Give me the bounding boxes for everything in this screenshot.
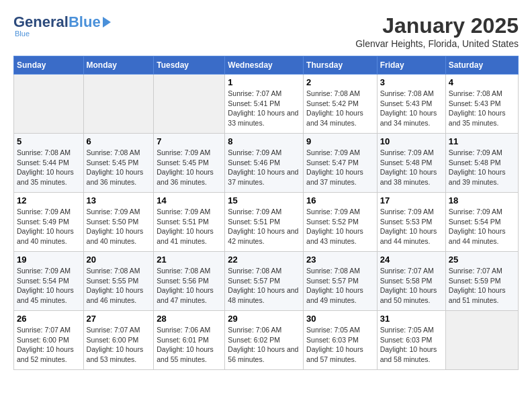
header-monday: Monday: [83, 56, 154, 75]
day-info: Sunrise: 7:08 AMSunset: 5:45 PMDaylight:…: [87, 148, 144, 186]
day-number: 7: [157, 136, 222, 146]
calendar-cell: 1 Sunrise: 7:07 AMSunset: 5:41 PMDayligh…: [225, 75, 304, 134]
calendar-cell: 27 Sunrise: 7:07 AMSunset: 6:00 PMDaylig…: [83, 311, 154, 370]
day-info: Sunrise: 7:08 AMSunset: 5:57 PMDaylight:…: [228, 267, 298, 304]
calendar-cell: 19 Sunrise: 7:09 AMSunset: 5:54 PMDaylig…: [14, 252, 84, 311]
day-number: 25: [449, 255, 515, 265]
day-info: Sunrise: 7:09 AMSunset: 5:52 PMDaylight:…: [306, 208, 363, 245]
calendar-cell: 30 Sunrise: 7:05 AMSunset: 6:03 PMDaylig…: [304, 311, 378, 370]
calendar-cell: 4 Sunrise: 7:08 AMSunset: 5:43 PMDayligh…: [445, 75, 518, 134]
day-info: Sunrise: 7:09 AMSunset: 5:48 PMDaylight:…: [380, 148, 437, 186]
header-friday: Friday: [377, 56, 445, 75]
calendar-cell: 20 Sunrise: 7:08 AMSunset: 5:55 PMDaylig…: [83, 252, 154, 311]
day-number: 9: [306, 136, 374, 146]
day-number: 1: [228, 77, 300, 87]
day-info: Sunrise: 7:08 AMSunset: 5:43 PMDaylight:…: [380, 89, 437, 127]
day-number: 24: [380, 255, 443, 265]
day-number: 31: [380, 314, 443, 324]
calendar-cell: 15 Sunrise: 7:09 AMSunset: 5:51 PMDaylig…: [225, 193, 304, 252]
calendar-cell: 13 Sunrise: 7:09 AMSunset: 5:50 PMDaylig…: [83, 193, 154, 252]
calendar-cell: 11 Sunrise: 7:09 AMSunset: 5:48 PMDaylig…: [445, 134, 518, 193]
calendar-cell: 23 Sunrise: 7:08 AMSunset: 5:57 PMDaylig…: [304, 252, 378, 311]
day-number: 21: [157, 255, 222, 265]
calendar-cell: 17 Sunrise: 7:09 AMSunset: 5:53 PMDaylig…: [377, 193, 445, 252]
day-number: 20: [87, 255, 151, 265]
calendar-cell: [154, 75, 225, 134]
calendar-cell: 28 Sunrise: 7:06 AMSunset: 6:01 PMDaylig…: [154, 311, 225, 370]
calendar-cell: 29 Sunrise: 7:06 AMSunset: 6:02 PMDaylig…: [225, 311, 304, 370]
calendar-cell: [14, 75, 84, 134]
calendar-cell: 2 Sunrise: 7:08 AMSunset: 5:42 PMDayligh…: [304, 75, 378, 134]
calendar-cell: 22 Sunrise: 7:08 AMSunset: 5:57 PMDaylig…: [225, 252, 304, 311]
title-block: January 2025 Glenvar Heights, Florida, U…: [355, 13, 519, 49]
day-info: Sunrise: 7:09 AMSunset: 5:47 PMDaylight:…: [306, 148, 363, 186]
day-number: 12: [17, 195, 81, 205]
day-number: 16: [306, 195, 374, 205]
day-info: Sunrise: 7:05 AMSunset: 6:03 PMDaylight:…: [306, 326, 363, 363]
day-info: Sunrise: 7:09 AMSunset: 5:48 PMDaylight:…: [449, 148, 506, 186]
page-header: GeneralBlue Blue January 2025 Glenvar He…: [13, 13, 519, 49]
day-info: Sunrise: 7:07 AMSunset: 5:41 PMDaylight:…: [228, 89, 298, 127]
calendar-cell: 25 Sunrise: 7:07 AMSunset: 5:59 PMDaylig…: [445, 252, 518, 311]
header-thursday: Thursday: [304, 56, 378, 75]
day-info: Sunrise: 7:09 AMSunset: 5:54 PMDaylight:…: [449, 208, 506, 245]
day-info: Sunrise: 7:06 AMSunset: 6:02 PMDaylight:…: [228, 326, 298, 363]
calendar-cell: 14 Sunrise: 7:09 AMSunset: 5:51 PMDaylig…: [154, 193, 225, 252]
calendar-cell: 16 Sunrise: 7:09 AMSunset: 5:52 PMDaylig…: [304, 193, 378, 252]
day-info: Sunrise: 7:07 AMSunset: 5:58 PMDaylight:…: [380, 267, 437, 304]
calendar-cell: 10 Sunrise: 7:09 AMSunset: 5:48 PMDaylig…: [377, 134, 445, 193]
calendar-cell: 24 Sunrise: 7:07 AMSunset: 5:58 PMDaylig…: [377, 252, 445, 311]
day-info: Sunrise: 7:05 AMSunset: 6:03 PMDaylight:…: [380, 326, 437, 363]
calendar-cell: [445, 311, 518, 370]
day-info: Sunrise: 7:07 AMSunset: 6:00 PMDaylight:…: [17, 326, 74, 363]
day-info: Sunrise: 7:09 AMSunset: 5:45 PMDaylight:…: [157, 148, 214, 186]
logo-underline: Blue: [15, 30, 30, 38]
day-info: Sunrise: 7:09 AMSunset: 5:50 PMDaylight:…: [87, 208, 144, 245]
day-number: 29: [228, 314, 300, 324]
day-number: 30: [306, 314, 374, 324]
day-number: 8: [228, 136, 300, 146]
day-info: Sunrise: 7:08 AMSunset: 5:55 PMDaylight:…: [87, 267, 144, 304]
logo-general: General: [13, 13, 69, 31]
day-info: Sunrise: 7:08 AMSunset: 5:57 PMDaylight:…: [306, 267, 363, 304]
day-info: Sunrise: 7:08 AMSunset: 5:44 PMDaylight:…: [17, 148, 74, 186]
header-tuesday: Tuesday: [154, 56, 225, 75]
logo-text: GeneralBlue: [13, 13, 111, 31]
calendar-week-row: 5 Sunrise: 7:08 AMSunset: 5:44 PMDayligh…: [14, 134, 519, 193]
day-number: 11: [449, 136, 515, 146]
day-info: Sunrise: 7:09 AMSunset: 5:46 PMDaylight:…: [228, 148, 298, 186]
day-number: 10: [380, 136, 443, 146]
day-info: Sunrise: 7:09 AMSunset: 5:54 PMDaylight:…: [17, 267, 74, 304]
calendar-cell: 5 Sunrise: 7:08 AMSunset: 5:44 PMDayligh…: [14, 134, 84, 193]
month-title: January 2025: [355, 13, 519, 38]
calendar-cell: 8 Sunrise: 7:09 AMSunset: 5:46 PMDayligh…: [225, 134, 304, 193]
calendar-cell: 9 Sunrise: 7:09 AMSunset: 5:47 PMDayligh…: [304, 134, 378, 193]
logo: GeneralBlue Blue: [13, 13, 111, 38]
calendar-cell: 7 Sunrise: 7:09 AMSunset: 5:45 PMDayligh…: [154, 134, 225, 193]
day-number: 15: [228, 195, 300, 205]
day-number: 28: [157, 314, 222, 324]
day-info: Sunrise: 7:09 AMSunset: 5:53 PMDaylight:…: [380, 208, 437, 245]
day-info: Sunrise: 7:07 AMSunset: 5:59 PMDaylight:…: [449, 267, 506, 304]
calendar-cell: 26 Sunrise: 7:07 AMSunset: 6:00 PMDaylig…: [14, 311, 84, 370]
calendar-header-row: SundayMondayTuesdayWednesdayThursdayFrid…: [14, 56, 519, 75]
logo-blue: Blue: [69, 13, 101, 31]
day-number: 5: [17, 136, 81, 146]
day-info: Sunrise: 7:08 AMSunset: 5:43 PMDaylight:…: [449, 89, 506, 127]
calendar-week-row: 19 Sunrise: 7:09 AMSunset: 5:54 PMDaylig…: [14, 252, 519, 311]
day-info: Sunrise: 7:08 AMSunset: 5:56 PMDaylight:…: [157, 267, 214, 304]
logo-arrow-icon: [103, 17, 111, 28]
header-sunday: Sunday: [14, 56, 84, 75]
calendar-table: SundayMondayTuesdayWednesdayThursdayFrid…: [13, 56, 519, 370]
day-info: Sunrise: 7:09 AMSunset: 5:51 PMDaylight:…: [228, 208, 298, 245]
day-number: 23: [306, 255, 374, 265]
calendar-cell: 21 Sunrise: 7:08 AMSunset: 5:56 PMDaylig…: [154, 252, 225, 311]
day-number: 4: [449, 77, 515, 87]
calendar-cell: 31 Sunrise: 7:05 AMSunset: 6:03 PMDaylig…: [377, 311, 445, 370]
day-number: 22: [228, 255, 300, 265]
day-number: 3: [380, 77, 443, 87]
day-number: 17: [380, 195, 443, 205]
calendar-week-row: 1 Sunrise: 7:07 AMSunset: 5:41 PMDayligh…: [14, 75, 519, 134]
day-info: Sunrise: 7:09 AMSunset: 5:51 PMDaylight:…: [157, 208, 214, 245]
day-number: 26: [17, 314, 81, 324]
